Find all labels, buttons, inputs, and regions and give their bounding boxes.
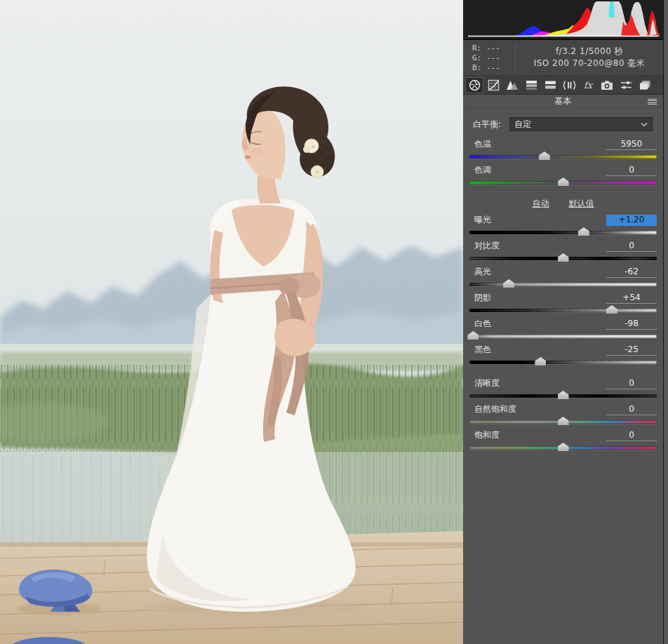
slider-row-vibrance: 自然饱和度0 xyxy=(469,403,657,424)
tab-split-toning[interactable] xyxy=(541,77,559,93)
highlights-slider-track[interactable] xyxy=(469,282,657,287)
fx-icon: fx xyxy=(584,80,592,90)
shadows-label: 阴影 xyxy=(474,292,491,304)
presets-sliders-icon xyxy=(620,80,632,90)
white-balance-row: 白平衡: 自定 xyxy=(473,117,658,131)
shadows-value-field[interactable]: +54 xyxy=(606,293,657,304)
slider-row-temperature: 色温5950 xyxy=(469,138,657,159)
tab-basic[interactable] xyxy=(465,77,483,93)
blacks-value-field[interactable]: -25 xyxy=(606,344,657,356)
slider-row-shadows: 阴影+54 xyxy=(469,292,657,313)
highlights-value-field[interactable]: -62 xyxy=(606,267,657,278)
tint-value-field[interactable]: 0 xyxy=(606,165,657,176)
whites-slider-thumb[interactable] xyxy=(467,331,479,340)
temperature-value-field[interactable]: 5950 xyxy=(606,139,657,150)
contrast-slider-thumb[interactable] xyxy=(558,253,569,262)
vibrance-slider-track[interactable] xyxy=(469,420,657,424)
saturation-label: 饱和度 xyxy=(474,429,500,441)
slider-row-contrast: 对比度0 xyxy=(469,240,657,261)
panel-scrollbar[interactable] xyxy=(663,0,668,644)
photo-preview[interactable] xyxy=(0,0,463,644)
exposure-slider-thumb[interactable] xyxy=(578,227,589,236)
tab-presets[interactable] xyxy=(617,77,635,93)
panel-title: 基本 xyxy=(555,95,572,107)
r-value: --- xyxy=(486,43,500,53)
blacks-slider-thumb[interactable] xyxy=(535,357,546,365)
contrast-value-field[interactable]: 0 xyxy=(606,241,657,252)
white-balance-value: 自定 xyxy=(514,119,531,130)
contrast-label: 对比度 xyxy=(474,240,500,252)
tab-camera-calibration[interactable] xyxy=(598,77,616,93)
g-value: --- xyxy=(486,53,500,62)
slider-row-blacks: 黑色-25 xyxy=(469,344,657,365)
exposure-value-field[interactable]: +1.20 xyxy=(606,215,657,226)
camera-raw-window: R: --- G: --- B: --- f/3.2 1/5000 秒 ISO … xyxy=(0,0,668,644)
whites-slider-track[interactable] xyxy=(469,334,657,339)
clarity-value-field[interactable]: 0 xyxy=(606,378,657,389)
aperture-shutter: f/3.2 1/5000 秒 xyxy=(556,46,623,58)
slider-row-tint: 色调0 xyxy=(469,164,657,185)
vibrance-label: 自然饱和度 xyxy=(474,403,516,415)
panel-menu-icon[interactable] xyxy=(648,99,657,105)
slider-row-saturation: 饱和度0 xyxy=(469,429,657,450)
histogram[interactable] xyxy=(463,0,663,40)
auto-link[interactable]: 自动 xyxy=(533,198,549,210)
whites-value-field[interactable]: -98 xyxy=(606,318,657,330)
b-value: --- xyxy=(486,63,500,72)
tab-lens-corrections[interactable] xyxy=(560,77,578,93)
highlights-label: 高光 xyxy=(474,266,491,278)
exposure-slider-track[interactable] xyxy=(469,230,657,235)
slider-row-clarity: 清晰度0 xyxy=(469,377,657,398)
camera-raw-panel: R: --- G: --- B: --- f/3.2 1/5000 秒 ISO … xyxy=(463,0,663,644)
temperature-label: 色温 xyxy=(474,138,491,150)
lens-icon xyxy=(563,80,576,90)
hsl-bands-icon xyxy=(526,80,537,90)
white-balance-select[interactable]: 自定 xyxy=(509,117,653,131)
snapshots-layers-icon xyxy=(639,80,651,90)
tone-curve-icon xyxy=(488,79,500,91)
tab-effects[interactable]: fx xyxy=(579,77,597,93)
shadows-slider-thumb[interactable] xyxy=(606,305,617,314)
tab-hsl-grayscale[interactable] xyxy=(522,77,540,93)
contrast-slider-track[interactable] xyxy=(469,256,657,261)
rgb-readout: R: --- G: --- B: --- xyxy=(463,40,515,75)
saturation-slider-thumb[interactable] xyxy=(558,443,569,451)
basic-controls: 白平衡: 自定 色温5950色调0 自动 默认值 曝光+1.20对比度0高光-6… xyxy=(463,108,663,450)
tint-slider-track[interactable] xyxy=(469,180,657,185)
saturation-value-field[interactable]: 0 xyxy=(606,430,657,441)
tint-label: 色调 xyxy=(474,164,491,176)
whites-label: 白色 xyxy=(474,318,491,330)
temperature-slider-thumb[interactable] xyxy=(539,152,550,160)
section-header: 基本 xyxy=(463,95,663,108)
tab-tone-curve[interactable] xyxy=(484,77,502,93)
default-link[interactable]: 默认值 xyxy=(569,198,594,210)
saturation-slider-track[interactable] xyxy=(469,445,657,450)
tab-strip: fx xyxy=(463,76,663,95)
detail-triangles-icon xyxy=(506,79,519,90)
slider-row-exposure: 曝光+1.20 xyxy=(469,214,657,235)
camera-icon xyxy=(601,80,613,90)
vibrance-value-field[interactable]: 0 xyxy=(606,404,657,415)
tone-sliders: 曝光+1.20对比度0高光-62阴影+54白色-98黑色-25 xyxy=(468,214,658,365)
auto-default-row: 自动 默认值 xyxy=(468,198,658,210)
tint-slider-thumb[interactable] xyxy=(558,177,569,186)
clarity-slider-thumb[interactable] xyxy=(558,391,569,399)
exposure-label: 曝光 xyxy=(474,214,491,226)
presence-sliders: 清晰度0自然饱和度0饱和度0 xyxy=(468,377,658,450)
tab-detail[interactable] xyxy=(503,77,521,93)
divider xyxy=(469,370,657,371)
split-toning-bars-icon xyxy=(545,80,556,90)
slider-row-highlights: 高光-62 xyxy=(469,266,657,287)
vibrance-slider-thumb[interactable] xyxy=(558,417,569,425)
tab-snapshots[interactable] xyxy=(636,77,654,93)
info-bar: R: --- G: --- B: --- f/3.2 1/5000 秒 ISO … xyxy=(463,40,663,76)
blacks-slider-track[interactable] xyxy=(469,360,657,365)
clarity-slider-track[interactable] xyxy=(469,394,657,398)
temperature-slider-track[interactable] xyxy=(469,154,657,159)
slider-row-whites: 白色-98 xyxy=(469,318,657,339)
shadows-slider-track[interactable] xyxy=(469,308,657,313)
blacks-label: 黑色 xyxy=(474,344,491,356)
clarity-label: 清晰度 xyxy=(474,377,500,389)
highlights-slider-thumb[interactable] xyxy=(503,279,514,288)
exif-readout: f/3.2 1/5000 秒 ISO 200 70-200@80 毫米 xyxy=(516,40,663,75)
